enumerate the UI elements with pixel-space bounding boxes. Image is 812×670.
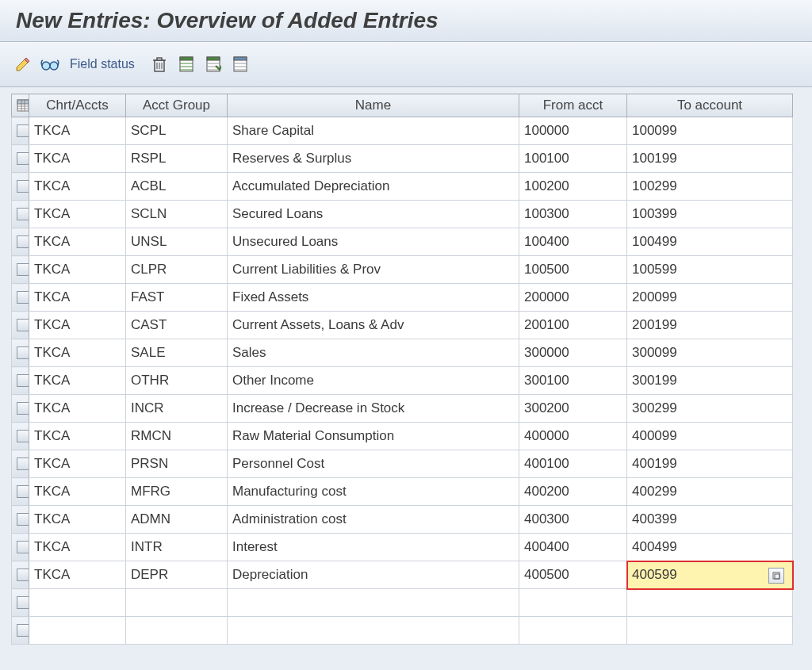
- field-status-label[interactable]: Field status: [70, 57, 135, 71]
- deselect-all-button[interactable]: [230, 54, 251, 75]
- cell-chart[interactable]: TKCA: [29, 312, 126, 339]
- row-selector[interactable]: [12, 228, 29, 256]
- cell-to[interactable]: 100099: [627, 117, 793, 145]
- cell-from[interactable]: 300100: [519, 367, 627, 395]
- cell-name[interactable]: Administration cost: [228, 506, 519, 534]
- cell-chart[interactable]: TKCA: [29, 117, 126, 145]
- cell-name[interactable]: Accumulated Depreciation: [228, 173, 519, 201]
- row-selector[interactable]: [12, 450, 29, 478]
- cell-chart[interactable]: TKCA: [29, 534, 126, 561]
- cell-name[interactable]: Depreciation: [228, 561, 519, 589]
- cell-name[interactable]: [228, 589, 519, 617]
- row-selector[interactable]: [12, 506, 29, 534]
- cell-chart[interactable]: TKCA: [29, 450, 126, 478]
- row-selector[interactable]: [12, 117, 29, 145]
- cell-group[interactable]: INTR: [126, 534, 228, 561]
- cell-to[interactable]: 200099: [627, 284, 793, 312]
- cell-to[interactable]: 300099: [627, 339, 793, 367]
- cell-from[interactable]: 100300: [519, 201, 627, 228]
- cell-name[interactable]: Personnel Cost: [228, 450, 519, 478]
- cell-from[interactable]: 100400: [519, 228, 627, 256]
- cell-name[interactable]: Other Income: [228, 367, 519, 395]
- cell-from[interactable]: [519, 617, 627, 645]
- toggle-change-button[interactable]: [13, 54, 33, 75]
- cell-name[interactable]: Secured Loans: [228, 201, 519, 228]
- cell-from[interactable]: 100500: [519, 256, 627, 284]
- cell-chart[interactable]: TKCA: [29, 478, 126, 506]
- cell-to[interactable]: 400599: [627, 561, 793, 589]
- col-header-from[interactable]: From acct: [519, 94, 627, 117]
- cell-chart[interactable]: TKCA: [29, 173, 126, 201]
- cell-chart[interactable]: TKCA: [29, 395, 126, 423]
- row-selector[interactable]: [12, 561, 29, 589]
- cell-from[interactable]: 300000: [519, 339, 627, 367]
- select-block-button[interactable]: [203, 54, 224, 75]
- cell-name[interactable]: Current Assets, Loans & Adv: [228, 312, 519, 339]
- cell-to[interactable]: 100599: [627, 256, 793, 284]
- cell-group[interactable]: SCPL: [126, 117, 228, 145]
- cell-chart[interactable]: TKCA: [29, 423, 126, 450]
- cell-name[interactable]: Current Liabilities & Prov: [228, 256, 519, 284]
- cell-name[interactable]: Interest: [228, 534, 519, 561]
- col-header-to[interactable]: To account: [627, 94, 793, 117]
- cell-chart[interactable]: TKCA: [29, 201, 126, 228]
- row-selector[interactable]: [12, 201, 29, 228]
- cell-group[interactable]: SCLN: [126, 201, 228, 228]
- cell-group[interactable]: PRSN: [126, 450, 228, 478]
- cell-group[interactable]: DEPR: [126, 561, 228, 589]
- row-selector[interactable]: [12, 367, 29, 395]
- cell-to[interactable]: [627, 589, 793, 617]
- cell-to[interactable]: 400499: [627, 534, 793, 561]
- cell-to[interactable]: 400399: [627, 506, 793, 534]
- cell-group[interactable]: [126, 589, 228, 617]
- cell-to[interactable]: 100199: [627, 145, 793, 173]
- cell-group[interactable]: INCR: [126, 395, 228, 423]
- col-header-chart[interactable]: Chrt/Accts: [29, 94, 126, 117]
- cell-to[interactable]: 300299: [627, 395, 793, 423]
- cell-from[interactable]: 100000: [519, 117, 627, 145]
- cell-to[interactable]: 300199: [627, 367, 793, 395]
- delete-button[interactable]: [149, 54, 170, 75]
- cell-name[interactable]: Unsecured Loans: [228, 228, 519, 256]
- row-selector[interactable]: [12, 617, 29, 645]
- row-selector[interactable]: [12, 145, 29, 173]
- cell-to[interactable]: 100499: [627, 228, 793, 256]
- cell-from[interactable]: 400000: [519, 423, 627, 450]
- cell-group[interactable]: ADMN: [126, 506, 228, 534]
- row-selector[interactable]: [12, 534, 29, 561]
- cell-chart[interactable]: TKCA: [29, 506, 126, 534]
- row-selector[interactable]: [12, 395, 29, 423]
- cell-to[interactable]: 400199: [627, 450, 793, 478]
- cell-name[interactable]: Reserves & Surplus: [228, 145, 519, 173]
- cell-to[interactable]: 200199: [627, 312, 793, 339]
- cell-group[interactable]: [126, 617, 228, 645]
- col-header-group[interactable]: Acct Group: [126, 94, 228, 117]
- cell-from[interactable]: 100100: [519, 145, 627, 173]
- cell-chart[interactable]: TKCA: [29, 284, 126, 312]
- row-selector[interactable]: [12, 312, 29, 339]
- cell-chart[interactable]: TKCA: [29, 228, 126, 256]
- cell-name[interactable]: Share Capital: [228, 117, 519, 145]
- cell-name[interactable]: Manufacturing cost: [228, 478, 519, 506]
- cell-name[interactable]: [228, 617, 519, 645]
- cell-name[interactable]: Sales: [228, 339, 519, 367]
- cell-group[interactable]: CLPR: [126, 256, 228, 284]
- cell-name[interactable]: Fixed Assets: [228, 284, 519, 312]
- row-selector[interactable]: [12, 173, 29, 201]
- col-header-name[interactable]: Name: [228, 94, 519, 117]
- cell-group[interactable]: RSPL: [126, 145, 228, 173]
- search-help-button[interactable]: [768, 568, 784, 584]
- cell-from[interactable]: 400500: [519, 561, 627, 589]
- row-selector[interactable]: [12, 256, 29, 284]
- cell-from[interactable]: 400400: [519, 534, 627, 561]
- cell-group[interactable]: CAST: [126, 312, 228, 339]
- cell-group[interactable]: ACBL: [126, 173, 228, 201]
- row-selector[interactable]: [12, 478, 29, 506]
- cell-from[interactable]: 100200: [519, 173, 627, 201]
- row-selector[interactable]: [12, 284, 29, 312]
- cell-chart[interactable]: TKCA: [29, 256, 126, 284]
- cell-chart[interactable]: TKCA: [29, 339, 126, 367]
- cell-chart[interactable]: TKCA: [29, 561, 126, 589]
- cell-group[interactable]: UNSL: [126, 228, 228, 256]
- row-selector[interactable]: [12, 589, 29, 617]
